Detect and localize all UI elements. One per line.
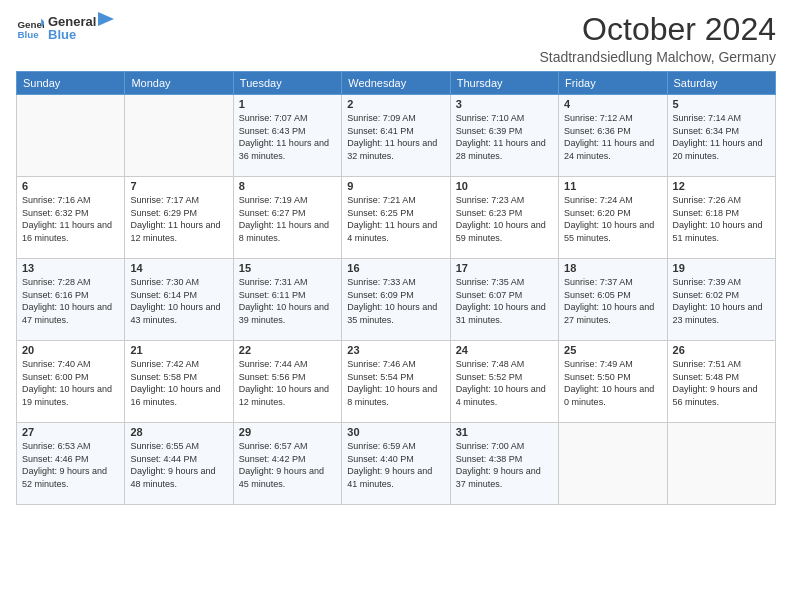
- day-number: 11: [564, 180, 661, 192]
- day-number: 16: [347, 262, 444, 274]
- day-info: Sunrise: 7:35 AM Sunset: 6:07 PM Dayligh…: [456, 276, 553, 326]
- logo: General Blue General Blue: [16, 12, 116, 42]
- day-number: 24: [456, 344, 553, 356]
- calendar-cell: 24Sunrise: 7:48 AM Sunset: 5:52 PM Dayli…: [450, 341, 558, 423]
- calendar-cell: 20Sunrise: 7:40 AM Sunset: 6:00 PM Dayli…: [17, 341, 125, 423]
- day-number: 5: [673, 98, 770, 110]
- calendar-table: Sunday Monday Tuesday Wednesday Thursday…: [16, 71, 776, 505]
- header-row: Sunday Monday Tuesday Wednesday Thursday…: [17, 72, 776, 95]
- day-info: Sunrise: 7:30 AM Sunset: 6:14 PM Dayligh…: [130, 276, 227, 326]
- day-info: Sunrise: 7:31 AM Sunset: 6:11 PM Dayligh…: [239, 276, 336, 326]
- calendar-cell: [667, 423, 775, 505]
- calendar-cell: 28Sunrise: 6:55 AM Sunset: 4:44 PM Dayli…: [125, 423, 233, 505]
- day-info: Sunrise: 7:12 AM Sunset: 6:36 PM Dayligh…: [564, 112, 661, 162]
- day-info: Sunrise: 7:33 AM Sunset: 6:09 PM Dayligh…: [347, 276, 444, 326]
- calendar-cell: 26Sunrise: 7:51 AM Sunset: 5:48 PM Dayli…: [667, 341, 775, 423]
- day-number: 21: [130, 344, 227, 356]
- day-info: Sunrise: 7:37 AM Sunset: 6:05 PM Dayligh…: [564, 276, 661, 326]
- calendar-page: General Blue General Blue October 2024 S…: [0, 0, 792, 612]
- table-row: 13Sunrise: 7:28 AM Sunset: 6:16 PM Dayli…: [17, 259, 776, 341]
- calendar-cell: [559, 423, 667, 505]
- day-number: 14: [130, 262, 227, 274]
- day-number: 22: [239, 344, 336, 356]
- table-row: 20Sunrise: 7:40 AM Sunset: 6:00 PM Dayli…: [17, 341, 776, 423]
- day-number: 3: [456, 98, 553, 110]
- calendar-cell: 22Sunrise: 7:44 AM Sunset: 5:56 PM Dayli…: [233, 341, 341, 423]
- col-thursday: Thursday: [450, 72, 558, 95]
- day-number: 19: [673, 262, 770, 274]
- calendar-cell: 25Sunrise: 7:49 AM Sunset: 5:50 PM Dayli…: [559, 341, 667, 423]
- calendar-cell: 31Sunrise: 7:00 AM Sunset: 4:38 PM Dayli…: [450, 423, 558, 505]
- calendar-cell: 14Sunrise: 7:30 AM Sunset: 6:14 PM Dayli…: [125, 259, 233, 341]
- day-number: 25: [564, 344, 661, 356]
- calendar-cell: 8Sunrise: 7:19 AM Sunset: 6:27 PM Daylig…: [233, 177, 341, 259]
- day-number: 27: [22, 426, 119, 438]
- month-title: October 2024: [539, 12, 776, 47]
- calendar-cell: 4Sunrise: 7:12 AM Sunset: 6:36 PM Daylig…: [559, 95, 667, 177]
- day-info: Sunrise: 7:40 AM Sunset: 6:00 PM Dayligh…: [22, 358, 119, 408]
- day-number: 4: [564, 98, 661, 110]
- col-tuesday: Tuesday: [233, 72, 341, 95]
- logo-text-blue: Blue: [48, 27, 116, 42]
- day-number: 28: [130, 426, 227, 438]
- table-row: 1Sunrise: 7:07 AM Sunset: 6:43 PM Daylig…: [17, 95, 776, 177]
- day-number: 26: [673, 344, 770, 356]
- day-info: Sunrise: 7:24 AM Sunset: 6:20 PM Dayligh…: [564, 194, 661, 244]
- col-saturday: Saturday: [667, 72, 775, 95]
- day-info: Sunrise: 7:07 AM Sunset: 6:43 PM Dayligh…: [239, 112, 336, 162]
- day-number: 8: [239, 180, 336, 192]
- day-number: 10: [456, 180, 553, 192]
- day-info: Sunrise: 7:49 AM Sunset: 5:50 PM Dayligh…: [564, 358, 661, 408]
- day-info: Sunrise: 7:46 AM Sunset: 5:54 PM Dayligh…: [347, 358, 444, 408]
- calendar-cell: [17, 95, 125, 177]
- calendar-cell: 29Sunrise: 6:57 AM Sunset: 4:42 PM Dayli…: [233, 423, 341, 505]
- calendar-cell: 5Sunrise: 7:14 AM Sunset: 6:34 PM Daylig…: [667, 95, 775, 177]
- calendar-cell: 11Sunrise: 7:24 AM Sunset: 6:20 PM Dayli…: [559, 177, 667, 259]
- calendar-cell: 13Sunrise: 7:28 AM Sunset: 6:16 PM Dayli…: [17, 259, 125, 341]
- day-info: Sunrise: 7:39 AM Sunset: 6:02 PM Dayligh…: [673, 276, 770, 326]
- calendar-cell: 17Sunrise: 7:35 AM Sunset: 6:07 PM Dayli…: [450, 259, 558, 341]
- calendar-cell: 21Sunrise: 7:42 AM Sunset: 5:58 PM Dayli…: [125, 341, 233, 423]
- calendar-cell: 27Sunrise: 6:53 AM Sunset: 4:46 PM Dayli…: [17, 423, 125, 505]
- svg-marker-3: [98, 12, 114, 26]
- day-info: Sunrise: 7:51 AM Sunset: 5:48 PM Dayligh…: [673, 358, 770, 408]
- day-info: Sunrise: 7:10 AM Sunset: 6:39 PM Dayligh…: [456, 112, 553, 162]
- calendar-cell: 23Sunrise: 7:46 AM Sunset: 5:54 PM Dayli…: [342, 341, 450, 423]
- calendar-cell: 9Sunrise: 7:21 AM Sunset: 6:25 PM Daylig…: [342, 177, 450, 259]
- day-info: Sunrise: 7:09 AM Sunset: 6:41 PM Dayligh…: [347, 112, 444, 162]
- day-info: Sunrise: 7:44 AM Sunset: 5:56 PM Dayligh…: [239, 358, 336, 408]
- day-info: Sunrise: 7:00 AM Sunset: 4:38 PM Dayligh…: [456, 440, 553, 490]
- day-number: 9: [347, 180, 444, 192]
- calendar-cell: 12Sunrise: 7:26 AM Sunset: 6:18 PM Dayli…: [667, 177, 775, 259]
- logo-icon: General Blue: [16, 13, 44, 41]
- col-wednesday: Wednesday: [342, 72, 450, 95]
- day-number: 1: [239, 98, 336, 110]
- day-info: Sunrise: 7:48 AM Sunset: 5:52 PM Dayligh…: [456, 358, 553, 408]
- day-number: 29: [239, 426, 336, 438]
- day-info: Sunrise: 7:28 AM Sunset: 6:16 PM Dayligh…: [22, 276, 119, 326]
- day-number: 7: [130, 180, 227, 192]
- table-row: 27Sunrise: 6:53 AM Sunset: 4:46 PM Dayli…: [17, 423, 776, 505]
- day-number: 2: [347, 98, 444, 110]
- day-number: 30: [347, 426, 444, 438]
- calendar-cell: 15Sunrise: 7:31 AM Sunset: 6:11 PM Dayli…: [233, 259, 341, 341]
- calendar-cell: 7Sunrise: 7:17 AM Sunset: 6:29 PM Daylig…: [125, 177, 233, 259]
- day-number: 6: [22, 180, 119, 192]
- calendar-cell: 19Sunrise: 7:39 AM Sunset: 6:02 PM Dayli…: [667, 259, 775, 341]
- calendar-cell: 6Sunrise: 7:16 AM Sunset: 6:32 PM Daylig…: [17, 177, 125, 259]
- day-info: Sunrise: 7:21 AM Sunset: 6:25 PM Dayligh…: [347, 194, 444, 244]
- calendar-cell: 18Sunrise: 7:37 AM Sunset: 6:05 PM Dayli…: [559, 259, 667, 341]
- day-number: 13: [22, 262, 119, 274]
- location-title: Stadtrandsiedlung Malchow, Germany: [539, 49, 776, 65]
- calendar-cell: 16Sunrise: 7:33 AM Sunset: 6:09 PM Dayli…: [342, 259, 450, 341]
- day-info: Sunrise: 7:42 AM Sunset: 5:58 PM Dayligh…: [130, 358, 227, 408]
- table-row: 6Sunrise: 7:16 AM Sunset: 6:32 PM Daylig…: [17, 177, 776, 259]
- header: General Blue General Blue October 2024 S…: [16, 12, 776, 65]
- title-block: October 2024 Stadtrandsiedlung Malchow, …: [539, 12, 776, 65]
- day-number: 15: [239, 262, 336, 274]
- day-info: Sunrise: 6:55 AM Sunset: 4:44 PM Dayligh…: [130, 440, 227, 490]
- calendar-cell: 1Sunrise: 7:07 AM Sunset: 6:43 PM Daylig…: [233, 95, 341, 177]
- day-info: Sunrise: 7:16 AM Sunset: 6:32 PM Dayligh…: [22, 194, 119, 244]
- day-number: 12: [673, 180, 770, 192]
- col-friday: Friday: [559, 72, 667, 95]
